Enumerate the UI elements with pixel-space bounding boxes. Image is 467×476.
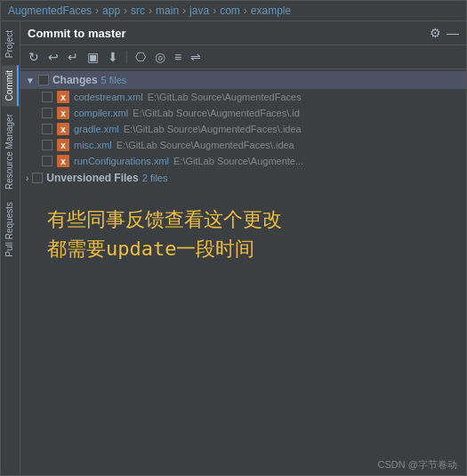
breadcrumb-item-6[interactable]: example xyxy=(251,4,291,17)
annotation-line2-prefix: 都需要 xyxy=(47,238,106,260)
changes-chevron: ▼ xyxy=(26,76,35,85)
breadcrumb-sep-2: › xyxy=(149,4,152,17)
file-path-1: E:\GitLab Source\AugmentedFaces\.id xyxy=(133,108,300,118)
settings-icon[interactable]: ⚙ xyxy=(430,26,441,40)
file-tree: ▼ Changes 5 files x codestream.xml E:\Gi… xyxy=(20,69,466,455)
file-checkbox-1[interactable] xyxy=(42,108,52,118)
download-button[interactable]: ⬇ xyxy=(105,48,121,66)
unversioned-checkbox[interactable] xyxy=(32,173,43,183)
xml-file-icon-0: x xyxy=(57,91,69,103)
list-item[interactable]: x misc.xml E:\GitLab Source\AugmentedFac… xyxy=(20,137,466,153)
sidebar-item-pull-requests[interactable]: Pull Requests xyxy=(2,197,19,262)
file-path-4: E:\GitLab Source\Augmente... xyxy=(173,156,303,166)
annotation-overlay: 有些同事反馈查看这个更改 都需要update一段时间 xyxy=(20,187,466,272)
move-button[interactable]: ⎔ xyxy=(133,48,149,66)
unversioned-section-header[interactable]: › Unversioned Files 2 files xyxy=(20,169,466,187)
minimize-icon[interactable]: — xyxy=(447,26,459,40)
changes-checkbox[interactable] xyxy=(38,75,49,85)
file-checkbox-3[interactable] xyxy=(42,140,52,150)
file-name-0: codestream.xml xyxy=(74,92,143,102)
sidebar-item-resource-manager[interactable]: Resource Manager xyxy=(2,109,19,195)
xml-file-icon-1: x xyxy=(57,107,69,119)
panel-header: Commit to master ⚙ — xyxy=(20,21,466,45)
breadcrumb-item-2[interactable]: src xyxy=(131,4,145,17)
changes-label: Changes xyxy=(52,74,98,86)
main-window: AugmentedFaces › app › src › main › java… xyxy=(0,0,467,476)
undo-button[interactable]: ↩ xyxy=(45,48,61,66)
file-path-3: E:\GitLab Source\AugmentedFaces\.idea xyxy=(117,140,294,150)
search-button[interactable]: ◎ xyxy=(152,48,168,66)
content-area: Commit to master ⚙ — ↻ ↩ ↵ ▣ ⬇ ⎔ ◎ ≡ ⇌ xyxy=(20,21,466,475)
breadcrumb-sep-0: › xyxy=(95,4,99,17)
diff-button[interactable]: ▣ xyxy=(85,48,101,66)
annotation-line2: 都需要update一段时间 xyxy=(47,234,448,263)
group-button[interactable]: ≡ xyxy=(172,48,184,66)
file-checkbox-2[interactable] xyxy=(42,124,52,134)
file-name-3: misc.xml xyxy=(74,140,112,150)
file-name-2: gradle.xml xyxy=(74,124,119,134)
rollback-button[interactable]: ↵ xyxy=(65,48,81,66)
breadcrumb-item-3[interactable]: main xyxy=(156,4,179,17)
sort-button[interactable]: ⇌ xyxy=(188,48,204,66)
list-item[interactable]: x gradle.xml E:\GitLab Source\AugmentedF… xyxy=(20,121,466,137)
list-item[interactable]: x codestream.xml E:\GitLab Source\Augmen… xyxy=(20,89,466,105)
breadcrumb-item-5[interactable]: com xyxy=(220,4,240,17)
left-sidebar: Project Commit Resource Manager Pull Req… xyxy=(1,21,20,475)
file-checkbox-4[interactable] xyxy=(42,156,52,166)
breadcrumb-item-0[interactable]: AugmentedFaces xyxy=(8,4,92,17)
breadcrumb: AugmentedFaces › app › src › main › java… xyxy=(1,1,466,21)
xml-file-icon-4: x xyxy=(57,155,69,167)
unversioned-count: 2 files xyxy=(142,173,168,183)
list-item[interactable]: x runConfigurations.xml E:\GitLab Source… xyxy=(20,153,466,169)
xml-file-icon-3: x xyxy=(57,139,69,151)
changes-section-header[interactable]: ▼ Changes 5 files xyxy=(20,71,466,89)
main-layout: Project Commit Resource Manager Pull Req… xyxy=(1,21,466,475)
annotation-line1: 有些同事反馈查看这个更改 xyxy=(47,205,448,234)
breadcrumb-item-1[interactable]: app xyxy=(102,4,120,17)
file-name-1: compiler.xml xyxy=(74,108,128,118)
breadcrumb-sep-3: › xyxy=(182,4,186,17)
unversioned-chevron: › xyxy=(26,173,28,183)
watermark: CSDN @字节卷动 xyxy=(20,455,466,475)
file-path-2: E:\GitLab Source\AugmentedFaces\.idea xyxy=(124,124,302,134)
xml-file-icon-2: x xyxy=(57,123,69,135)
toolbar: ↻ ↩ ↵ ▣ ⬇ ⎔ ◎ ≡ ⇌ xyxy=(20,45,466,69)
file-path-0: E:\GitLab Source\AugmentedFaces xyxy=(148,92,302,102)
panel-title: Commit to master xyxy=(28,27,126,40)
refresh-button[interactable]: ↻ xyxy=(26,48,42,66)
unversioned-label: Unversioned Files xyxy=(46,172,138,184)
breadcrumb-sep-5: › xyxy=(244,4,247,17)
list-item[interactable]: x compiler.xml E:\GitLab Source\Augmente… xyxy=(20,105,466,121)
sidebar-item-project[interactable]: Project xyxy=(2,25,19,63)
changes-count: 5 files xyxy=(101,75,127,85)
breadcrumb-item-4[interactable]: java xyxy=(189,4,209,17)
annotation-line2-suffix: 一段时间 xyxy=(176,238,254,260)
breadcrumb-sep-1: › xyxy=(124,4,127,17)
panel-header-icons: ⚙ — xyxy=(430,26,459,40)
breadcrumb-sep-4: › xyxy=(213,4,216,17)
file-name-4: runConfigurations.xml xyxy=(74,156,169,166)
sidebar-item-commit[interactable]: Commit xyxy=(2,65,19,106)
toolbar-separator xyxy=(126,51,127,63)
file-checkbox-0[interactable] xyxy=(42,92,52,102)
annotation-line2-keyword: update xyxy=(106,238,176,260)
